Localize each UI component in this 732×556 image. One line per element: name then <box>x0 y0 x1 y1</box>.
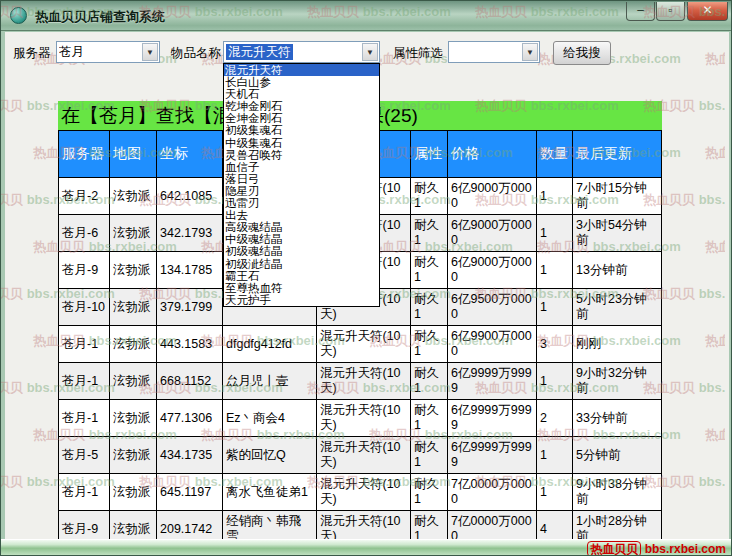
minimize-button[interactable]: – <box>626 2 655 21</box>
table-cell: 离水飞鱼徒弟1 <box>223 474 317 511</box>
table-cell: 443.1583 <box>157 326 223 363</box>
item-dropdown-list[interactable]: 混元升天符长白山参天机石乾坤金刚石全坤金刚石初级集魂石中级集魂石灵兽召唤符血信子… <box>223 63 380 307</box>
table-cell: 刚刚 <box>573 326 662 363</box>
table-row: 苍月-1泫勃派645.1197离水飞鱼徒弟1混元升天符(10天)耐久17亿000… <box>59 474 662 511</box>
window-title: 热血贝贝店铺查询系统 <box>35 8 165 26</box>
table-cell: 2 <box>537 400 573 437</box>
table-cell: 134.1785 <box>157 252 223 289</box>
table-cell: 6亿9000万0000 <box>448 215 537 252</box>
table-header-cell: 数量 <box>537 131 573 178</box>
table-cell: 642.1085 <box>157 178 223 215</box>
dropdown-item[interactable]: 迅雷刃 <box>224 197 379 209</box>
dropdown-item[interactable]: 混元升天符 <box>224 64 379 76</box>
dropdown-item[interactable]: 血信子 <box>224 161 379 173</box>
table-cell: 泫勃派 <box>110 511 157 542</box>
table-cell: 33分钟前 <box>573 400 662 437</box>
table-cell: 耐久1 <box>411 215 448 252</box>
table-cell: 苍月-1 <box>59 363 110 400</box>
table-cell: 9小时38分钟前 <box>573 474 662 511</box>
table-cell: 6亿9999万9999 <box>448 363 537 400</box>
attribute-filter-combobox[interactable]: ▼ <box>448 41 540 63</box>
table-cell: 1 <box>537 178 573 215</box>
table-cell: 苍月-10 <box>59 289 110 326</box>
table-cell: 苍月-1 <box>59 474 110 511</box>
table-cell: 7亿0000万0000 <box>448 474 537 511</box>
table-cell: 泫勃派 <box>110 252 157 289</box>
chevron-down-icon[interactable]: ▼ <box>142 43 158 61</box>
table-cell: Ez丶商会4 <box>223 400 317 437</box>
table-cell: 379.1799 <box>157 289 223 326</box>
table-cell: 3 <box>537 326 573 363</box>
item-combobox[interactable]: 混元升天符 ▼ <box>223 41 380 63</box>
table-row: 苍月-5泫勃派434.1735紫的回忆Q混元升天符(10天)耐久16亿9999万… <box>59 437 662 474</box>
table-cell: 耐久1 <box>411 474 448 511</box>
server-combobox[interactable]: 苍月 ▼ <box>56 41 160 63</box>
table-cell: 耐久1 <box>411 252 448 289</box>
chevron-down-icon[interactable]: ▼ <box>362 43 378 61</box>
table-cell: 耐久1 <box>411 400 448 437</box>
table-cell: 耐久1 <box>411 363 448 400</box>
table-cell: 6亿9999万9999 <box>448 437 537 474</box>
table-cell: 泫勃派 <box>110 215 157 252</box>
attribute-filter-label: 属性筛选 <box>393 45 443 62</box>
dropdown-item[interactable]: 长白山参 <box>224 76 379 88</box>
table-cell: 7小时15分钟前 <box>573 178 662 215</box>
chevron-down-icon[interactable]: ▼ <box>522 43 538 61</box>
dropdown-item[interactable]: 天机石 <box>224 88 379 100</box>
table-cell: 混元升天符(10天) <box>317 326 411 363</box>
dropdown-item[interactable]: 中级魂结晶 <box>224 233 379 245</box>
table-cell: 342.1793 <box>157 215 223 252</box>
table-cell: 1 <box>537 474 573 511</box>
table-cell: 13分钟前 <box>573 252 662 289</box>
table-cell: 477.1306 <box>157 400 223 437</box>
table-cell: 苍月-2 <box>59 178 110 215</box>
table-header-cell: 坐标 <box>157 131 223 178</box>
table-cell: 7亿0000万0000 <box>448 511 537 542</box>
dropdown-item[interactable]: 初级泚结晶 <box>224 258 379 270</box>
dropdown-item[interactable]: 中级集魂石 <box>224 137 379 149</box>
table-cell: 混元升天符(10天) <box>317 474 411 511</box>
dropdown-item[interactable]: 出去 <box>224 209 379 221</box>
dropdown-item[interactable]: 初级魂结晶 <box>224 245 379 257</box>
dropdown-item[interactable]: 高级魂结晶 <box>224 221 379 233</box>
item-name-label: 物品名称 <box>171 45 221 62</box>
brand-watermark: 热血贝贝 bbs.rxbei.com <box>587 541 726 556</box>
table-cell: 209.1742 <box>157 511 223 542</box>
table-header-cell: 价格 <box>448 131 537 178</box>
table-cell: 苍月-1 <box>59 400 110 437</box>
dropdown-item[interactable]: 天元护手 <box>224 294 379 306</box>
table-header-cell: 属性 <box>411 131 448 178</box>
table-cell: 泫勃派 <box>110 474 157 511</box>
table-header-cell: 地图 <box>110 131 157 178</box>
table-cell: 泫勃派 <box>110 363 157 400</box>
table-cell: 434.1735 <box>157 437 223 474</box>
table-cell: 668.1152 <box>157 363 223 400</box>
title-bar: 热血贝贝店铺查询系统 – ▫ ✕ <box>1 1 731 31</box>
table-cell: 泫勃派 <box>110 437 157 474</box>
table-cell: 耐久1 <box>411 511 448 542</box>
table-cell: 苍月-6 <box>59 215 110 252</box>
table-cell: 混元升天符(10天) <box>317 437 411 474</box>
dropdown-item[interactable]: 至尊热血符 <box>224 282 379 294</box>
table-cell: 泫勃派 <box>110 400 157 437</box>
close-button[interactable]: ✕ <box>687 2 728 21</box>
dropdown-item[interactable]: 隐星刃 <box>224 185 379 197</box>
dropdown-item[interactable]: 乾坤金刚石 <box>224 100 379 112</box>
dropdown-item[interactable]: 全坤金刚石 <box>224 112 379 124</box>
table-cell: 6亿9900万0000 <box>448 326 537 363</box>
table-cell: 苍月-1 <box>59 326 110 363</box>
table-cell: 4 <box>537 511 573 542</box>
dropdown-item[interactable]: 灵兽召唤符 <box>224 149 379 161</box>
search-button[interactable]: 给我搜 <box>553 41 611 65</box>
dropdown-item[interactable]: 霸王石 <box>224 270 379 282</box>
maximize-button[interactable]: ▫ <box>656 2 685 21</box>
table-cell: 泫勃派 <box>110 178 157 215</box>
table-cell: 耐久1 <box>411 289 448 326</box>
server-label: 服务器 <box>13 45 51 62</box>
table-cell: 经销商丶韩飛雪 <box>223 511 317 542</box>
app-icon <box>10 7 27 24</box>
dropdown-item[interactable]: 落日弓 <box>224 173 379 185</box>
dropdown-item[interactable]: 初级集魂石 <box>224 124 379 136</box>
table-cell: 苍月-9 <box>59 252 110 289</box>
app-window: 热血贝贝店铺查询系统 – ▫ ✕ 服务器 苍月 ▼ 物品名称 混元升天符 ▼ 属… <box>0 0 732 556</box>
